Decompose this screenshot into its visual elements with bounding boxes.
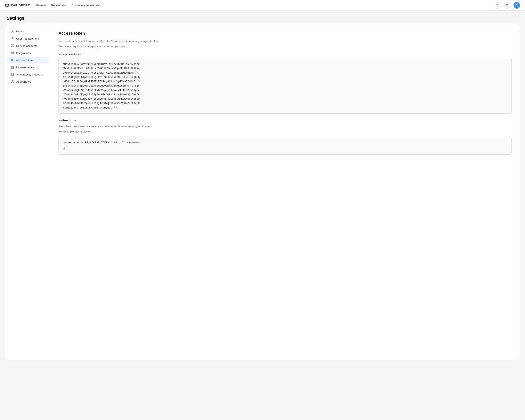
svg-point-5 [12, 37, 13, 38]
copy-code-icon[interactable] [63, 147, 66, 151]
settings-button[interactable]: ⚙ [504, 2, 510, 9]
database-icon [11, 73, 14, 76]
integrations-icon [11, 51, 14, 55]
description-line2: This is not required for images you hard… [58, 44, 512, 49]
code-box: docker run -e RF_ACCESS_TOKEN="LS0..." i… [58, 136, 512, 155]
key-icon [11, 58, 14, 62]
sidebar-item-access-token[interactable]: Access token [7, 56, 48, 64]
nav-actions: ? ⚙ [494, 2, 520, 9]
user-avatar-button[interactable] [514, 2, 520, 9]
content-title: Access token [58, 31, 512, 36]
user-icon [11, 30, 14, 33]
sidebar-item-vulnerability-database[interactable]: Vulnerability database [7, 71, 48, 78]
description-line1: You need an access token to use Rapidfor… [58, 39, 512, 44]
help-button[interactable]: ? [494, 2, 500, 9]
copy-token-icon[interactable] [113, 106, 117, 109]
logo[interactable]: RAPIDFORT [5, 3, 30, 7]
avatar-icon [515, 3, 518, 7]
help-icon: ? [496, 3, 498, 7]
main-container: Profile User management Service accounts [5, 24, 520, 360]
code-line: docker run -e RF_ACCESS_TOKEN="LS0..." i… [63, 140, 507, 145]
code-env-var: RF_ACCESS_TOKEN="LS0..." [85, 141, 123, 144]
token-value: cMs6cVaqoOJ5qpvKQTPSN9eRWBlyeIiP3r2kSZmp… [63, 63, 140, 109]
content-area: Access token You need an access token to… [50, 24, 520, 360]
license-icon [11, 66, 14, 69]
svg-point-11 [13, 53, 14, 54]
page-header: Settings [0, 11, 525, 24]
svg-line-13 [12, 53, 13, 54]
top-navigation: RAPIDFORT Projects Repositories Communit… [0, 0, 525, 11]
svg-rect-26 [63, 147, 65, 149]
users-icon [11, 37, 14, 40]
sidebar-item-service-accounts[interactable]: Service accounts [7, 42, 48, 49]
sidebar-item-appearance[interactable]: Appearance [7, 78, 48, 85]
service-icon [11, 44, 14, 47]
instructions-title: Instructions [58, 119, 512, 122]
sidebar-item-license-details[interactable]: License details [7, 64, 48, 71]
sidebar: Profile User management Service accounts [5, 24, 50, 360]
page-title: Settings [7, 16, 518, 21]
svg-point-9 [11, 53, 12, 53]
svg-line-12 [12, 52, 13, 53]
community-repositories-link[interactable]: Community repositories [72, 3, 101, 8]
svg-point-10 [13, 52, 14, 53]
svg-rect-24 [114, 106, 116, 108]
sidebar-item-profile[interactable]: Profile [7, 28, 48, 35]
instructions-line2: For example, using Docker: [58, 129, 512, 134]
gear-icon: ⚙ [506, 3, 508, 7]
svg-point-4 [12, 30, 13, 31]
appearance-icon [11, 80, 14, 83]
svg-point-8 [12, 45, 13, 46]
sidebar-item-user-management[interactable]: User management [7, 35, 48, 42]
svg-point-14 [11, 59, 13, 61]
nav-links: Projects Repositories Community reposito… [36, 3, 487, 8]
sidebar-item-integrations[interactable]: Integrations [7, 49, 48, 56]
repositories-link[interactable]: Repositories [51, 3, 67, 8]
token-section-label: Your access token [58, 53, 512, 56]
svg-rect-7 [11, 45, 14, 47]
svg-point-21 [11, 73, 14, 74]
projects-link[interactable]: Projects [36, 3, 46, 8]
instructions-line1: Pass the access token as an environment … [58, 124, 512, 129]
svg-point-6 [13, 37, 14, 38]
token-box: cMs6cVaqoOJ5qpvKQTPSN9eRWBlyeIiP3r2kSZmp… [58, 58, 512, 114]
